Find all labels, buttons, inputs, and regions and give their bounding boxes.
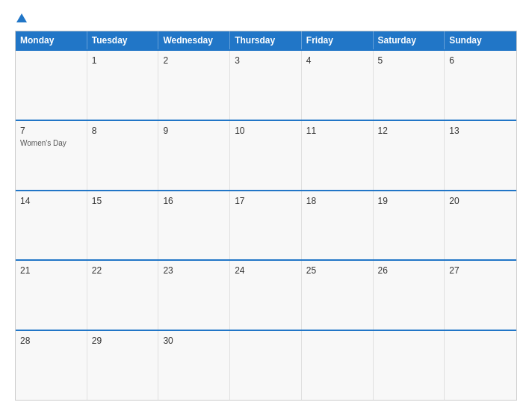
day-number: 6: [449, 55, 512, 67]
day-header-saturday: Saturday: [374, 31, 445, 49]
day-number: 9: [163, 125, 225, 137]
day-number: 26: [378, 265, 440, 277]
day-cell: 20: [445, 191, 516, 260]
day-cell: 27: [445, 261, 516, 330]
day-number: 14: [20, 195, 82, 208]
day-number: 5: [378, 55, 440, 67]
day-number: 22: [92, 265, 154, 277]
day-number: 15: [92, 195, 154, 208]
week-row-4: 21222324252627: [16, 259, 516, 330]
day-cell: 15: [87, 191, 159, 260]
day-cell: 30: [158, 331, 230, 400]
day-cell: 1: [87, 51, 159, 120]
day-header-wednesday: Wednesday: [158, 31, 230, 49]
day-number: 2: [163, 55, 225, 67]
day-cell: 28: [16, 331, 87, 400]
day-cell: [302, 331, 374, 400]
day-cell: 16: [158, 191, 230, 260]
day-header-tuesday: Tuesday: [87, 31, 159, 49]
day-number: 4: [306, 55, 368, 67]
day-header-monday: Monday: [16, 31, 87, 49]
day-number: 29: [92, 335, 154, 347]
day-number: 27: [449, 265, 512, 277]
day-cell: 19: [374, 191, 445, 260]
day-number: 13: [449, 125, 512, 137]
week-row-2: 7Women's Day8910111213: [16, 120, 516, 190]
day-number: 11: [306, 125, 368, 137]
day-cell: 3: [230, 51, 302, 120]
page-header: [15, 13, 517, 23]
day-event: Women's Day: [20, 139, 82, 147]
day-header-friday: Friday: [302, 31, 374, 49]
day-cell: 18: [302, 191, 374, 260]
day-cell: 29: [87, 331, 159, 400]
day-number: 24: [235, 265, 297, 277]
logo-triangle-icon: [16, 13, 27, 22]
day-number: 25: [306, 265, 368, 277]
day-cell: 21: [16, 261, 87, 330]
day-number: 3: [235, 55, 297, 67]
day-cell: 12: [374, 121, 445, 190]
day-number: 23: [163, 265, 225, 277]
day-number: 17: [235, 195, 297, 208]
day-cell: 6: [445, 51, 516, 120]
week-row-3: 14151617181920: [16, 190, 516, 260]
day-number: 28: [20, 335, 82, 347]
day-number: 20: [449, 195, 512, 208]
day-number: 8: [92, 125, 154, 137]
day-number: 30: [163, 335, 225, 347]
day-number: 18: [306, 195, 368, 208]
day-cell: 24: [230, 261, 302, 330]
day-cell: 14: [16, 191, 87, 260]
day-cell: 7Women's Day: [16, 121, 87, 190]
day-cell: 11: [302, 121, 374, 190]
day-cell: 22: [87, 261, 159, 330]
day-headers-row: MondayTuesdayWednesdayThursdayFridaySatu…: [16, 31, 516, 49]
day-header-sunday: Sunday: [445, 31, 516, 49]
day-number: 21: [20, 265, 82, 277]
day-cell: 8: [87, 121, 159, 190]
day-cell: 10: [230, 121, 302, 190]
week-row-1: 123456: [16, 49, 516, 120]
day-cell: [230, 331, 302, 400]
day-header-thursday: Thursday: [230, 31, 302, 49]
day-number: 16: [163, 195, 225, 208]
day-cell: [16, 51, 87, 120]
day-number: 1: [92, 55, 154, 67]
day-cell: 25: [302, 261, 374, 330]
day-cell: 13: [445, 121, 516, 190]
day-cell: 4: [302, 51, 374, 120]
logo: [15, 13, 27, 23]
day-cell: 2: [158, 51, 230, 120]
calendar: MondayTuesdayWednesdayThursdayFridaySatu…: [15, 31, 517, 401]
day-cell: [445, 331, 516, 400]
day-cell: 26: [374, 261, 445, 330]
day-number: 19: [378, 195, 440, 208]
day-number: 7: [20, 125, 82, 137]
day-number: 12: [378, 125, 440, 137]
day-cell: [374, 331, 445, 400]
logo-blue-text: [15, 13, 27, 23]
day-cell: 17: [230, 191, 302, 260]
day-cell: 9: [158, 121, 230, 190]
day-cell: 23: [158, 261, 230, 330]
week-row-5: 282930: [16, 330, 516, 400]
day-cell: 5: [374, 51, 445, 120]
day-number: 10: [235, 125, 297, 137]
calendar-weeks: 1234567Women's Day8910111213141516171819…: [16, 49, 516, 400]
